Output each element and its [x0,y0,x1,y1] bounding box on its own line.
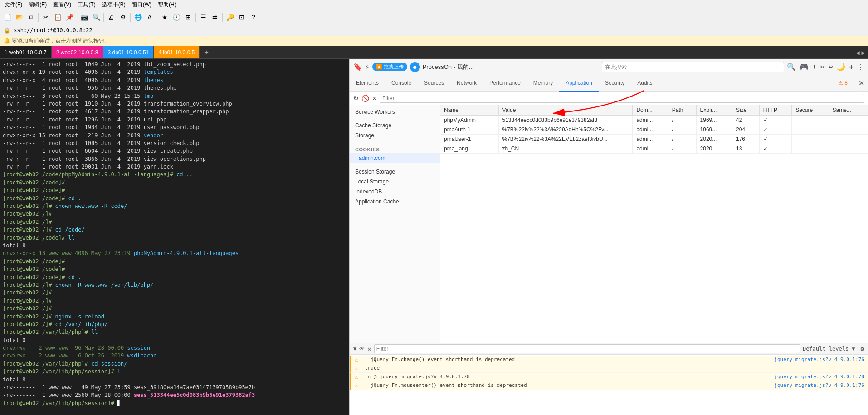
zoom-button[interactable]: 🔍 [91,12,102,23]
sidebar-section-storage: Cache Storage Storage [350,119,440,142]
upload-button[interactable]: 🔼 拖拽上传 [372,63,407,71]
dt-tab-security[interactable]: Security [599,75,631,92]
dt-close-button[interactable]: ✕ [858,79,864,87]
help-button[interactable]: ? [248,12,259,23]
console-source-link[interactable]: jquery-migrate.js?v=4.9.0.1:76 [774,357,864,362]
refresh-button[interactable]: ↻ [353,95,359,102]
menu-file[interactable]: 文件(F) [2,0,25,10]
cookie-row[interactable]: pmaAuth-1%7B%22iv%22%3A%229AqHh%5C%2Fv..… [440,125,868,135]
new-tab-button[interactable]: 📄 [2,12,13,23]
gamepad-icon[interactable]: 🎮 [800,63,809,71]
browser-search-input[interactable] [602,62,785,72]
menu-tabs[interactable]: 选项卡(B) [99,0,128,10]
sidebar-item-storage[interactable]: Storage [350,130,440,140]
col-expires[interactable]: Expir... [696,105,732,116]
console-expand-icon[interactable]: ▼ [353,346,356,352]
key-button[interactable]: 🔑 [224,12,235,23]
col-path[interactable]: Path [668,105,696,116]
dt-tab-elements[interactable]: Elements [350,75,385,92]
notify-text: 🔔 要添加当前会话，点击左侧的箭头按钮。 [4,37,110,45]
tab-lb01[interactable]: 4 lb01-10.0.0.5 [154,46,200,58]
sidebar-item-app-cache[interactable]: Application Cache [350,197,440,207]
tab-next-button[interactable]: ▶ [862,49,865,56]
terminal-line: [root@web02 /code]# cd .. [3,195,346,203]
cookie-row[interactable]: pmaUser-1%7B%22iv%22%3A%22EVEb2zaef3ivbU… [440,135,868,144]
undo-icon[interactable]: ↩ [829,63,833,71]
col-secure[interactable]: Secure [792,105,829,116]
console-settings-icon[interactable]: ⚙ [861,345,864,352]
col-http[interactable]: HTTP [759,105,792,116]
clone-button[interactable]: ⧉ [25,12,36,23]
new-tab-plus[interactable]: + [200,46,213,58]
cookie-row[interactable]: pma_langzh_CNadmi.../2020...13✓ [440,144,868,154]
dt-tab-memory[interactable]: Memory [527,75,559,92]
multi-select-button[interactable]: ☰ [198,12,209,23]
console-filter-input[interactable] [374,344,800,353]
cookie-cell: / [668,116,696,125]
sidebar-section-cookies: Cookies admin.com [350,142,440,165]
sidebar-item-session-storage[interactable]: Session Storage [350,167,440,177]
tab-db01[interactable]: 3 db01-10.0.0.51 [103,46,154,58]
console-source-link[interactable]: jquery-migrate.js?v=4.9.0.1:78 [774,374,864,380]
console-eye-icon[interactable]: 👁 [359,346,365,352]
terminal-pane[interactable]: -rw-r--r-- 1 root root 1049 Jun 4 2019 t… [0,59,349,415]
dt-tab-application[interactable]: Application [559,75,599,92]
sidebar-item-cache-storage[interactable]: Cache Storage [350,121,440,130]
filter-close-button[interactable]: ✕ [372,95,377,102]
globe-button[interactable]: 🌐 [132,12,143,23]
col-value[interactable]: Value [498,105,633,116]
bookmark-icon[interactable]: 🔖 [353,63,362,71]
layout-button[interactable]: ⊞ [183,12,194,23]
sidebar-item-local-storage[interactable]: Local Storage [350,177,440,187]
menu-edit[interactable]: 编辑(E) [26,0,49,10]
dt-console-toolbar: ▼ 👁 ✕ Default levels ▼ ⚙ [350,343,868,355]
lightning-icon[interactable]: ⚡ [365,63,370,71]
clear-button[interactable]: 🚫 [361,95,369,102]
menu-tools[interactable]: 工具(T) [75,0,98,10]
dt-tab-console[interactable]: Console [385,75,418,92]
copy-button[interactable]: 📋 [52,12,63,23]
open-file-button[interactable]: 📂 [14,12,24,23]
sidebar-item-admin-cookies[interactable]: admin.com [350,153,440,163]
scissors-icon[interactable]: ✂ [820,63,825,71]
font-button[interactable]: A [144,12,155,23]
col-size[interactable]: Size [732,105,759,116]
search-icon[interactable]: 🔍 [787,63,796,71]
menu-dots-icon[interactable]: ⋮ [857,63,864,71]
screenshot-button[interactable]: 📷 [79,12,90,23]
print-button[interactable]: 🖨 [106,12,117,23]
settings-icon[interactable]: ⚙ [117,12,128,23]
sidebar-item-service-workers[interactable]: Service Workers [350,107,440,117]
dt-content: Name Value Dom... Path Expir... Size HTT… [440,105,868,343]
console-level-select[interactable]: Default levels ▼ [803,346,855,352]
cut-button[interactable]: ✂ [40,12,51,23]
col-domain[interactable]: Dom... [633,105,668,116]
dt-more-button[interactable]: ⋮ [850,80,856,86]
plus-icon[interactable]: + [849,63,853,71]
col-name[interactable]: Name [440,105,498,116]
dt-tab-network[interactable]: Network [450,75,483,92]
menu-view[interactable]: 查看(V) [50,0,74,10]
tab-web01[interactable]: 1 web01-10.0.0.7 [0,46,52,58]
history-button[interactable]: 🕐 [171,12,182,23]
tab-web02[interactable]: 2 web02-10.0.0.8 [52,46,103,58]
dt-tab-audits[interactable]: Audits [631,75,658,92]
user-avatar[interactable]: ● [410,62,420,72]
col-same[interactable]: Same... [829,105,868,116]
menu-help[interactable]: 帮助(H) [155,0,179,10]
tab-prev-button[interactable]: ◀ [856,49,859,56]
filter-input[interactable] [380,94,864,103]
star-button[interactable]: ★ [159,12,170,23]
sidebar-item-indexeddb[interactable]: IndexedDB [350,187,440,197]
terminal-button[interactable]: ⊡ [236,12,247,23]
moon-icon[interactable]: 🌙 [836,63,845,71]
console-close-icon[interactable]: ✕ [367,345,371,352]
dt-tab-performance[interactable]: Performance [483,75,527,92]
cookie-row[interactable]: phpMyAdmin513344ee5c0d083b9b6e91e379382a… [440,116,868,125]
menu-window[interactable]: 窗口(W) [129,0,154,10]
arrow-button[interactable]: ⇄ [210,12,220,23]
paste-button[interactable]: 📌 [64,12,75,23]
console-source-link[interactable]: jquery-migrate.js?v=4.9.0.1:76 [774,382,864,388]
dt-tab-sources[interactable]: Sources [418,75,450,92]
download-icon[interactable]: ⬇ [812,63,817,71]
